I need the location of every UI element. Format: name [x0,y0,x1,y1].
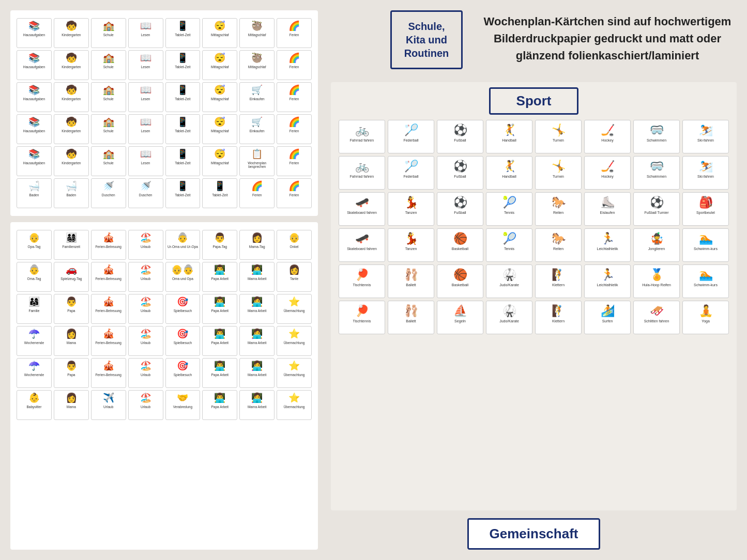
card-label: Opa-Tag [27,245,40,249]
card-label: Baden [66,193,76,197]
sport-card: 🏒Hockey [584,120,631,153]
card-label: Ferien [289,33,299,37]
sport-label: Handball [502,138,516,143]
sport-card: 🤾Handball [486,156,532,190]
card-label: Ferien-Betreuung [95,309,121,313]
card-label: Mama Arbeit [248,277,267,281]
card-label: Lesen [141,33,150,37]
sport-card: ⚽Fußball [437,192,483,226]
card-label: Ferien [289,161,299,165]
sport-icon: 🤾 [502,123,516,137]
card-icon: 📖 [140,53,151,64]
schule-card: 🦥Mittagschlaf [239,18,275,48]
card-label: Lesen [141,129,150,133]
card-icon: 😴 [214,85,225,96]
familie-card: 👨‍💻Papa Arbeit [202,326,237,356]
familie-card: 🎪Ferien-Betreuung [91,294,126,324]
card-label: Schule [103,161,114,165]
sport-card: ⛸️Eislaufen [584,192,631,226]
sport-card: 🏄Surfen [584,301,631,334]
sport-label: Schwimm-kurs [694,247,718,251]
left-side: 📚Hausaufgaben🧒Kindergarten🏫Schule📖Lesen📱… [0,0,326,560]
sport-card: 💃Tanzen [388,228,434,262]
card-icon: 👨‍💻 [214,265,225,276]
familie-card: ✈️Urlaub [91,390,126,420]
schule-card: 📱Tablet-Zeit [165,114,201,144]
card-label: Papa Arbeit [211,277,229,281]
sport-card: 🏓Tischtennis [339,265,385,298]
familie-card: 🏖️Urlaub [128,262,163,292]
sport-label: Eislaufen [600,211,615,215]
card-label: Tablet-Zeit [175,161,190,165]
sport-icon: ⛷️ [699,123,713,137]
schule-card: 📱Tablet-Zeit [165,178,201,208]
familie-card: 👴Opa-Tag [17,230,52,260]
card-icon: 📱 [177,181,188,192]
sport-card: ⚽Fußball [437,120,483,153]
sport-card: 🥋Judo/Karate [486,265,532,298]
card-label: Mittagschlaf [211,97,229,101]
card-label: Spielbesuch [174,309,192,313]
card-icon: 🏫 [103,117,114,128]
sport-icon: 🐎 [552,196,566,209]
card-label: Babysitter [26,405,41,409]
card-icon: 📱 [177,117,188,128]
sport-card: 🤸Turnen [535,156,582,190]
sport-icon: ⚽ [453,196,467,209]
card-icon: 🌈 [288,181,300,192]
card-label: Papa [67,309,75,313]
sport-card: 🛷Schlitten fahren [633,301,680,334]
sport-card: 🤹Jonglieren [633,228,680,262]
card-label: Einkaufen [250,97,265,101]
familie-card: ☂️Wochenende [17,326,52,356]
schule-card: 🌈Ferien [239,178,275,208]
sport-label: Yoga [702,319,710,323]
sport-label: Jonglieren [648,247,665,251]
card-icon: 📚 [28,53,40,64]
schule-badge: Schule,Kita undRoutinen [390,10,463,69]
card-label: Ferien-Betreuung [95,245,121,249]
card-icon: 🎪 [103,329,114,340]
card-icon: 📱 [214,181,225,192]
card-icon: 👨‍💻 [214,361,225,372]
sport-label: Hockey [601,138,613,143]
sport-icon: 🛹 [355,232,369,245]
card-icon: 📱 [177,53,188,64]
sport-icon: 🤸 [552,160,566,173]
familie-card: 👩Mama [54,326,89,356]
familie-card: 👴Onkel [277,230,312,260]
card-label: Kindergarten [62,97,81,101]
card-label: Ferien-Betreuung [95,373,121,377]
card-icon: 👨‍💻 [214,297,225,308]
card-label: Spielbesuch [174,341,192,345]
schule-card: 🌈Ferien [277,50,312,80]
familie-card: 👩‍💻Mama Arbeit [239,294,275,324]
sport-card: 🏸Federball [388,156,434,190]
sport-label: Basketball [452,247,468,251]
card-icon: 🏖️ [140,329,151,340]
card-icon: 😴 [214,53,225,64]
sport-icon: 🏄 [601,304,615,318]
sport-label: Ski-fahren [697,175,714,179]
card-icon: 👨 [66,361,77,372]
card-label: Spielzeug-Tag [60,277,82,281]
sport-card: 🩰Ballett [388,301,434,334]
sport-label: Fußball [454,211,466,215]
sport-label: Federball [403,138,418,143]
sport-card: 🚲Fahrrad fahren [339,156,385,190]
familie-card: 🏖️Urlaub [128,358,163,388]
sport-label: Skateboard fahren [347,211,377,215]
card-label: Mama [67,341,76,345]
card-label: Lesen [141,65,150,69]
sport-card: 🐎Reiten [535,228,582,262]
sport-card: 🧘Yoga [682,301,729,334]
card-label: Urlaub [141,245,150,249]
sport-card: 🎾Tennis [486,192,532,226]
sport-icon: 🏓 [355,304,369,318]
familie-card: 👨‍👩‍👧‍👦Familienzeit [54,230,89,260]
card-icon: 🏖️ [140,232,151,244]
sport-icon: 🏀 [453,268,467,282]
familie-card: 👩Mama [54,390,89,420]
schule-card: 🌈Ferien [277,82,312,112]
schule-card: 📚Hausaufgaben [17,50,52,80]
